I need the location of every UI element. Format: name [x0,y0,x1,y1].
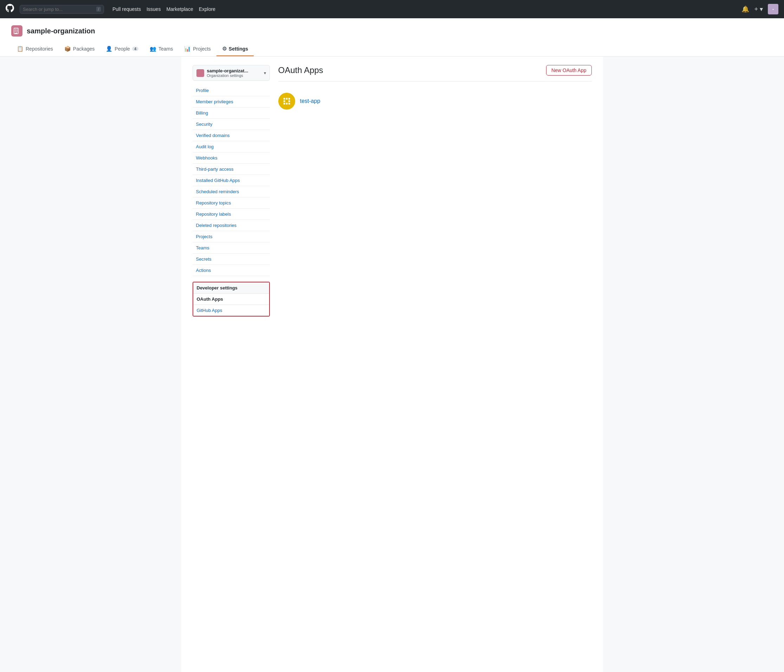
developer-settings-label: Developer settings [193,282,269,294]
search-box[interactable]: / [20,5,104,14]
page-title: OAuth Apps [278,65,323,75]
notifications-button[interactable]: 🔔 [742,5,749,13]
tab-packages[interactable]: 📦 Packages [59,42,100,56]
sidebar-item-audit-log[interactable]: Audit log [193,141,270,152]
topnav-explore[interactable]: Explore [199,6,215,12]
sidebar-item-repository-labels[interactable]: Repository labels [193,209,270,220]
tab-teams[interactable]: 👥 Teams [144,42,179,56]
sidebar-org-avatar [196,69,204,77]
sidebar-item-verified-domains[interactable]: Verified domains [193,130,270,141]
tab-projects[interactable]: 📊 Projects [179,42,216,56]
sidebar-item-scheduled-reminders[interactable]: Scheduled reminders [193,186,270,197]
sidebar-item-profile[interactable]: Profile [193,85,270,96]
tab-settings[interactable]: ⚙ Settings [216,42,254,56]
svg-rect-4 [288,101,290,102]
new-button[interactable]: + ▾ [754,5,763,13]
page-body: sample-organizat... Organization setting… [181,57,603,672]
sidebar-item-secrets[interactable]: Secrets [193,254,270,265]
app-item: test-app [278,88,592,114]
people-badge: 4 [132,47,138,51]
sidebar-org-selector[interactable]: sample-organizat... Organization setting… [193,65,270,81]
topnav-marketplace[interactable]: Marketplace [166,6,193,12]
search-input[interactable] [23,7,94,12]
people-icon: 👤 [106,46,112,52]
github-apps-link[interactable]: GitHub Apps [193,305,269,316]
sidebar-org-subtitle: Organization settings [207,73,249,78]
svg-rect-1 [286,98,288,100]
svg-rect-5 [283,103,285,105]
svg-rect-2 [288,98,290,100]
topnav-pull-requests[interactable]: Pull requests [112,6,141,12]
repo-icon: 📋 [17,46,23,52]
sidebar-nav: Profile Member privileges Billing Securi… [193,85,270,276]
main-content: OAuth Apps New OAuth App test-app [278,65,592,672]
sidebar-item-projects[interactable]: Projects [193,231,270,242]
sidebar-item-webhooks[interactable]: Webhooks [193,152,270,164]
sidebar-item-billing[interactable]: Billing [193,107,270,119]
sidebar: sample-organizat... Organization setting… [193,65,270,672]
github-logo[interactable] [6,4,14,14]
org-avatar [11,25,22,37]
tab-people[interactable]: 👤 People 4 [100,42,144,56]
org-tabs: 📋 Repositories 📦 Packages 👤 People 4 👥 T… [11,42,773,56]
topnav-links: Pull requests Issues Marketplace Explore [112,6,215,12]
app-name-link[interactable]: test-app [300,98,320,104]
svg-rect-7 [288,103,290,105]
teams-icon: 👥 [150,46,156,52]
svg-rect-6 [286,103,288,105]
developer-settings-section: Developer settings OAuth Apps GitHub App… [193,282,270,317]
packages-icon: 📦 [64,46,71,52]
settings-icon: ⚙ [222,46,227,52]
topnav-issues[interactable]: Issues [146,6,160,12]
slash-badge: / [96,7,101,12]
sidebar-org-name: sample-organizat... [207,68,249,73]
sidebar-item-deleted-repositories[interactable]: Deleted repositories [193,220,270,231]
sidebar-item-installed-github-apps[interactable]: Installed GitHub Apps [193,175,270,186]
svg-rect-3 [283,101,285,102]
sidebar-item-teams[interactable]: Teams [193,242,270,254]
sidebar-item-actions[interactable]: Actions [193,265,270,276]
app-avatar [278,93,295,110]
sidebar-item-member-privileges[interactable]: Member privileges [193,96,270,107]
sidebar-org-left: sample-organizat... Organization setting… [196,68,249,78]
org-name: sample-organization [27,27,95,35]
sidebar-item-third-party-access[interactable]: Third-party access [193,164,270,175]
new-oauth-app-button[interactable]: New OAuth App [546,65,592,76]
topnav-right: 🔔 + ▾ ▪ [742,4,778,14]
org-header: sample-organization 📋 Repositories 📦 Pac… [0,18,784,57]
sidebar-item-security[interactable]: Security [193,119,270,130]
oauth-apps-item[interactable]: OAuth Apps [193,294,269,305]
user-avatar[interactable]: ▪ [768,4,778,14]
projects-icon: 📊 [184,46,191,52]
tab-repositories[interactable]: 📋 Repositories [11,42,59,56]
sidebar-item-repository-topics[interactable]: Repository topics [193,197,270,209]
chevron-down-icon: ▾ [264,71,266,76]
svg-rect-0 [283,98,285,100]
topnav: / Pull requests Issues Marketplace Explo… [0,0,784,18]
content-header: OAuth Apps New OAuth App [278,65,592,82]
